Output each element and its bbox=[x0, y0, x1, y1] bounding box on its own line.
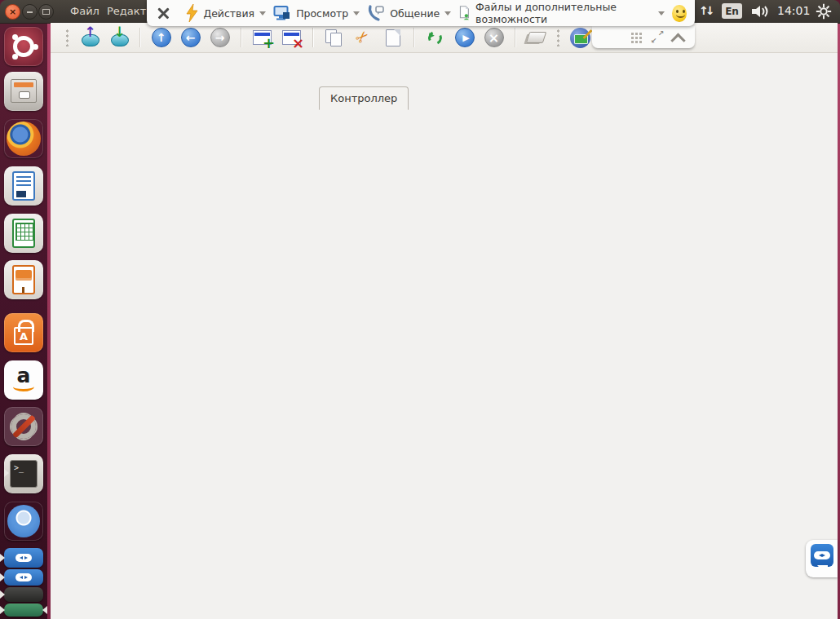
file-transfer-icon bbox=[458, 4, 471, 22]
table-add-icon: + bbox=[253, 30, 272, 45]
fullscreen-icon[interactable] bbox=[652, 32, 663, 43]
lightning-icon bbox=[186, 4, 198, 22]
manual-qtcfg-button[interactable] bbox=[569, 27, 591, 49]
running-indicator-icon bbox=[0, 590, 5, 599]
teamviewer-menu-files[interactable]: Файлы и дополнительные возможности bbox=[458, 1, 665, 25]
dock-item-stacked-window-green[interactable] bbox=[4, 604, 43, 617]
toolbar-separator bbox=[312, 28, 313, 47]
running-indicator-icon bbox=[0, 573, 5, 581]
go-forward-button[interactable]: → bbox=[209, 27, 231, 49]
dock-item-firefox[interactable] bbox=[4, 119, 43, 158]
teamviewer-toolbar: Действия Просмотр Общение Файлы и дополн… bbox=[147, 0, 695, 26]
dock-item-file-manager[interactable] bbox=[4, 72, 43, 111]
toolbar-separator bbox=[515, 28, 515, 47]
load-from-db-button[interactable]: ↑ bbox=[78, 27, 100, 49]
teamviewer-logo-icon bbox=[15, 573, 32, 581]
running-indicator-icon bbox=[0, 554, 5, 562]
stop-icon: × bbox=[484, 28, 504, 47]
sound-indicator-icon[interactable] bbox=[751, 4, 771, 21]
toolbar-separator bbox=[241, 28, 241, 47]
save-to-db-button[interactable]: ↓ bbox=[108, 27, 130, 49]
start-icon: ▶ bbox=[455, 28, 475, 47]
dock-item-ubuntu-dash[interactable] bbox=[4, 27, 43, 66]
running-indicator-icon bbox=[4, 469, 9, 477]
dock-item-amazon[interactable] bbox=[4, 360, 43, 400]
collapse-toolbar-icon[interactable] bbox=[670, 33, 685, 48]
dock-item-teamviewer-window-2[interactable] bbox=[4, 569, 43, 586]
dock-item-system-settings[interactable] bbox=[4, 407, 43, 446]
app-grid-icon[interactable] bbox=[630, 32, 642, 43]
eraser-icon bbox=[526, 32, 547, 43]
manual-edit-icon bbox=[570, 28, 590, 48]
cut-icon: ✂ bbox=[356, 29, 372, 46]
main-toolbar: ↑↓↑←→+×✂▶× bbox=[51, 23, 838, 53]
teamviewer-menu-actions[interactable]: Действия bbox=[186, 4, 266, 22]
go-back-button[interactable]: ← bbox=[179, 27, 201, 49]
copy-item-button[interactable] bbox=[323, 27, 345, 49]
tab-active[interactable]: Контроллер bbox=[319, 86, 409, 110]
teamviewer-toolbar-tail bbox=[592, 26, 695, 48]
copy-icon bbox=[325, 29, 343, 46]
keyboard-layout-indicator[interactable]: En bbox=[722, 3, 742, 19]
teamviewer-close-icon[interactable] bbox=[157, 7, 167, 20]
window-close-button[interactable] bbox=[5, 4, 20, 20]
toolbar-grip[interactable] bbox=[65, 29, 69, 46]
feedback-smiley-icon[interactable] bbox=[672, 5, 687, 22]
toolbar-grip[interactable] bbox=[556, 29, 560, 46]
session-gear-icon[interactable] bbox=[816, 3, 832, 22]
phone-icon bbox=[367, 4, 385, 22]
add-item-button[interactable]: + bbox=[251, 27, 273, 49]
running-indicator-icon bbox=[0, 606, 5, 614]
teamviewer-logo-icon bbox=[15, 554, 32, 562]
chevron-down-icon bbox=[353, 11, 360, 19]
cut-item-button[interactable]: ✂ bbox=[352, 27, 374, 49]
toolbar-separator bbox=[413, 28, 414, 47]
application-window bbox=[51, 23, 838, 619]
monitor-icon bbox=[273, 5, 291, 21]
dock-item-libreoffice-writer[interactable] bbox=[4, 166, 43, 206]
dock-item-stacked-window-dark[interactable] bbox=[4, 587, 43, 602]
db-load-icon: ↑ bbox=[81, 29, 99, 46]
window-maximize-button[interactable] bbox=[38, 4, 54, 20]
chevron-down-icon bbox=[444, 11, 451, 19]
menu-file[interactable]: Файл bbox=[70, 5, 99, 17]
clock-indicator[interactable]: 14:01 bbox=[777, 4, 810, 17]
paste-icon bbox=[386, 29, 400, 46]
dock-item-libreoffice-impress[interactable] bbox=[4, 260, 43, 299]
circle-back-icon: ← bbox=[181, 28, 201, 47]
dock-item-chromium[interactable] bbox=[4, 502, 43, 541]
dock-item-libreoffice-calc[interactable] bbox=[4, 214, 43, 253]
focused-indicator-icon bbox=[42, 606, 47, 614]
dock-item-terminal[interactable] bbox=[4, 454, 43, 493]
teamviewer-menu-view[interactable]: Просмотр bbox=[273, 5, 360, 21]
clean-button[interactable] bbox=[525, 27, 547, 49]
refresh-icon bbox=[427, 30, 443, 46]
chevron-down-icon bbox=[658, 11, 665, 19]
desktop: Файл Редакти ↑↓ En 14:01 Действия Просмо… bbox=[0, 0, 840, 619]
teamviewer-icon bbox=[811, 544, 833, 567]
dock-item-software-center[interactable] bbox=[4, 313, 43, 352]
go-up-button[interactable]: ↑ bbox=[150, 27, 172, 49]
teamviewer-menu-communicate[interactable]: Общение bbox=[367, 4, 451, 22]
teamviewer-quickconnect-flag[interactable] bbox=[806, 540, 838, 577]
window-minimize-button[interactable] bbox=[22, 4, 38, 20]
circle-up-icon: ↑ bbox=[152, 28, 171, 47]
network-indicator-icon[interactable]: ↑↓ bbox=[699, 4, 711, 17]
stop-button[interactable]: × bbox=[483, 27, 505, 49]
chevron-down-icon bbox=[259, 11, 266, 19]
paste-item-button[interactable] bbox=[382, 27, 404, 49]
table-del-icon: × bbox=[282, 30, 301, 45]
start-button[interactable]: ▶ bbox=[453, 27, 475, 49]
refresh-button[interactable] bbox=[424, 27, 446, 49]
toolbar-separator bbox=[139, 28, 140, 47]
circle-forward-icon: → bbox=[210, 28, 230, 47]
delete-item-button[interactable]: × bbox=[281, 27, 303, 49]
db-save-icon: ↓ bbox=[110, 29, 128, 46]
dock-item-teamviewer-window[interactable] bbox=[4, 548, 43, 568]
launcher-dock bbox=[0, 23, 47, 619]
